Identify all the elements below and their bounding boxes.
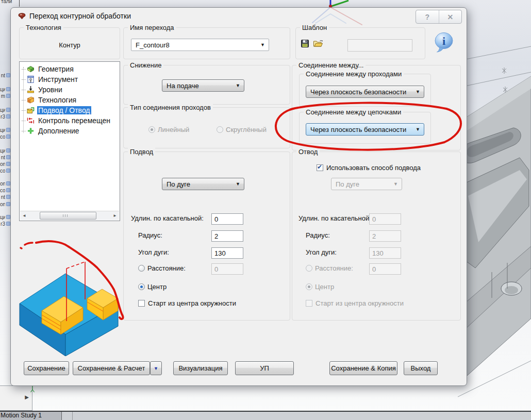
selected-tree-label: Подвод / Отвод	[37, 106, 91, 114]
tree-item-motion-control[interactable]: Контроль перемещен	[20, 115, 120, 126]
approach-start-center-checkbox[interactable]: ✔	[138, 300, 145, 307]
retract-radius-input[interactable]	[369, 230, 401, 242]
retract-arc-angle-input[interactable]	[369, 247, 401, 259]
feature-icon	[6, 128, 10, 132]
close-button[interactable]: ✕	[439, 10, 462, 23]
geometry-icon	[26, 65, 35, 73]
info-icon[interactable]: i	[434, 31, 454, 55]
window-buttons: ? ✕	[416, 10, 462, 24]
retract-group: Отвод ✔ Использовать способ подвода По д…	[292, 152, 461, 321]
retract-distance-input[interactable]	[369, 263, 401, 275]
bottom-tab-bar: Motion Study 1	[0, 411, 531, 420]
feature-icon	[6, 148, 10, 153]
retract-distance-radio[interactable]	[306, 265, 312, 272]
chevron-down-icon[interactable]: ▼	[416, 89, 424, 94]
approach-group: Подвод По дуге ▼ Удлин. по касательной: …	[123, 152, 290, 321]
tree-horizontal-scrollbar[interactable]: ◄ ►	[20, 211, 119, 220]
addition-icon	[26, 127, 35, 135]
save-calc-dropdown-button[interactable]: ▼	[150, 361, 162, 375]
expand-arrow-icon[interactable]: ▶	[25, 394, 29, 400]
retract-center-radio[interactable]	[306, 283, 312, 290]
approach-distance-radio[interactable]	[138, 265, 145, 272]
chevron-down-icon: ▼	[154, 366, 158, 371]
tree-item-approach-retract[interactable]: Подвод / Отвод	[20, 105, 120, 115]
feature-icon	[6, 215, 10, 219]
chevron-down-icon[interactable]: ▼	[416, 127, 424, 132]
levels-icon	[26, 86, 35, 94]
feature-icon	[6, 114, 10, 119]
scroll-left-button[interactable]: ◄	[20, 211, 28, 220]
retract-tangent-input[interactable]	[369, 213, 401, 225]
use-approach-method-checkbox[interactable]: ✔	[317, 164, 323, 171]
visualization-button[interactable]: Визуализация	[173, 361, 228, 375]
chevron-down-icon[interactable]: ▼	[236, 181, 244, 187]
tree-item-geometry[interactable]: Геометрия	[20, 64, 120, 74]
transition-dialog: Переход контурной обработки ? ✕ Технолог…	[10, 7, 467, 386]
origin-axis-icon	[29, 385, 36, 394]
approach-tangent-input[interactable]	[211, 213, 243, 225]
feature-icon	[6, 188, 10, 192]
approach-arc-angle-input[interactable]	[211, 247, 243, 259]
dialog-titlebar[interactable]: Переход контурной обработки ? ✕	[11, 8, 467, 24]
between-passes-combobox[interactable]: Через плоскость безопасности ▼	[306, 86, 424, 98]
feature-icon	[6, 73, 10, 77]
feature-icon	[6, 202, 10, 206]
linear-radio[interactable]	[148, 126, 155, 133]
approach-radius-input[interactable]	[211, 230, 243, 242]
nc-program-button[interactable]: УП	[235, 361, 294, 375]
feature-icon	[6, 222, 10, 226]
scroll-thumb[interactable]	[40, 212, 96, 220]
background-text-fragment: тали	[1, 0, 12, 4]
help-button[interactable]: ?	[416, 10, 439, 23]
machining-icon	[18, 12, 26, 21]
technology-group: Технология Контур	[19, 27, 120, 59]
pass-connection-group: Тип соединения проходов Линейный Скруглё…	[123, 107, 290, 148]
retract-start-center-checkbox[interactable]: ✔	[306, 300, 312, 307]
chevron-down-icon[interactable]: ▼	[260, 42, 269, 47]
tab-motion-study[interactable]: Motion Study 1	[0, 412, 62, 420]
descent-group: Снижение На подаче ▼	[123, 65, 290, 105]
rounded-radio[interactable]	[217, 126, 223, 133]
feature-icon	[6, 195, 10, 199]
feature-icon	[6, 155, 10, 159]
descent-combobox[interactable]: На подаче ▼	[162, 79, 244, 92]
save-template-icon[interactable]	[301, 39, 309, 48]
feature-icon	[6, 108, 10, 112]
tab-divider	[72, 412, 73, 420]
feature-icon	[6, 94, 10, 98]
parameter-tree[interactable]: Геометрия Инструмент	[19, 61, 120, 221]
approach-retract-icon	[26, 106, 35, 114]
transition-name-group: Имя перехода F_contour8 ▼	[123, 27, 290, 59]
chevron-down-icon[interactable]: ▼	[393, 181, 402, 187]
template-group: Шаблон	[295, 27, 425, 59]
tree-item-technology[interactable]: Технология	[20, 95, 120, 105]
dialog-title: Переход контурной обработки	[29, 12, 131, 20]
collapsed-panel[interactable]: ▶	[0, 385, 32, 411]
between-chains-combobox[interactable]: Через плоскость безопасности ▼	[306, 123, 424, 136]
approach-distance-input[interactable]	[211, 263, 243, 275]
motion-control-icon	[26, 116, 35, 125]
feature-icon	[6, 87, 10, 91]
feature-icon	[6, 162, 10, 166]
feature-icon	[6, 181, 10, 186]
svg-text:i: i	[442, 35, 445, 47]
cad-model	[458, 0, 531, 420]
save-button[interactable]: Сохранение	[24, 361, 69, 375]
approach-center-radio[interactable]	[138, 283, 145, 290]
scroll-right-button[interactable]: ►	[111, 211, 119, 220]
approach-preview-image	[13, 232, 127, 356]
save-copy-button[interactable]: Сохранение & Копия	[329, 361, 397, 375]
tree-item-addition[interactable]: Дополнение	[20, 126, 120, 136]
between-chains-group: Соединение между цепочками Через плоскос…	[299, 112, 431, 144]
tree-item-levels[interactable]: Уровни	[20, 85, 120, 95]
tree-item-tool[interactable]: Инструмент	[20, 74, 120, 85]
chevron-down-icon[interactable]: ▼	[236, 83, 244, 88]
technology-icon	[26, 96, 35, 104]
retract-method-combobox[interactable]: По дуге ▼	[331, 178, 402, 190]
open-template-icon[interactable]	[313, 39, 323, 48]
transition-name-combobox[interactable]: F_contour8 ▼	[131, 39, 269, 51]
exit-button[interactable]: Выход	[404, 361, 438, 375]
approach-method-combobox[interactable]: По дуге ▼	[162, 178, 244, 190]
save-calc-button[interactable]: Сохранение & Расчет	[73, 361, 150, 375]
template-field[interactable]	[347, 39, 412, 52]
